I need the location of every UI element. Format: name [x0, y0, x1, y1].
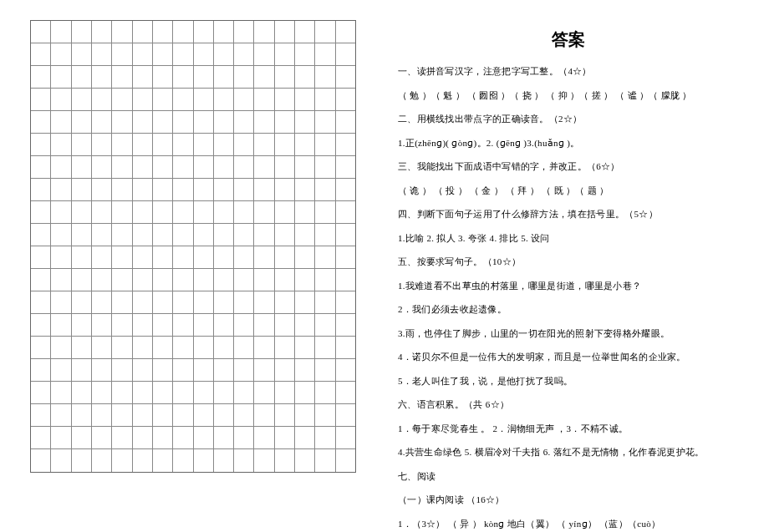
grid-cell	[133, 449, 153, 472]
grid-cell	[31, 359, 51, 381]
grid-row	[31, 427, 355, 449]
grid-cell	[72, 111, 92, 133]
answer-line: 5．老人叫住了我，说，是他打扰了我吗。	[398, 374, 739, 388]
grid-cell	[254, 359, 274, 381]
grid-cell	[315, 89, 335, 110]
grid-cell	[194, 156, 214, 178]
grid-cell	[31, 66, 51, 88]
grid-cell	[51, 111, 71, 133]
grid-cell	[254, 134, 274, 155]
grid-cell	[72, 66, 92, 88]
grid-cell	[194, 201, 214, 223]
grid-cell	[92, 404, 112, 426]
grid-cell	[153, 314, 173, 336]
grid-cell	[254, 66, 274, 88]
grid-cell	[295, 314, 315, 336]
grid-cell	[336, 314, 355, 336]
grid-cell	[51, 269, 71, 291]
grid-cell	[214, 89, 234, 110]
grid-cell	[31, 404, 51, 426]
grid-cell	[133, 111, 153, 133]
grid-cell	[275, 382, 295, 403]
grid-cell	[72, 291, 92, 313]
grid-cell	[336, 359, 355, 381]
grid-cell	[234, 382, 254, 403]
grid-cell	[72, 337, 92, 358]
grid-cell	[295, 449, 315, 472]
grid-cell	[234, 179, 254, 200]
grid-cell	[194, 382, 214, 403]
grid-cell	[173, 291, 193, 313]
grid-cell	[315, 404, 335, 426]
grid-cell	[153, 382, 173, 403]
grid-cell	[234, 66, 254, 88]
grid-cell	[173, 269, 193, 291]
grid-cell	[194, 359, 214, 381]
answer-line: 1.比喻 2. 拟人 3. 夸张 4. 排比 5. 设问	[398, 231, 739, 246]
grid-cell	[133, 89, 153, 110]
grid-cell	[173, 382, 193, 403]
grid-cell	[295, 43, 315, 65]
grid-cell	[72, 246, 92, 268]
grid-cell	[194, 337, 214, 358]
grid-cell	[112, 179, 132, 200]
grid-cell	[51, 134, 71, 155]
grid-cell	[72, 21, 92, 43]
grid-cell	[194, 291, 214, 313]
grid-cell	[92, 449, 112, 472]
grid-cell	[31, 449, 51, 472]
grid-cell	[194, 43, 214, 65]
grid-cell	[51, 224, 71, 246]
grid-cell	[153, 291, 173, 313]
answer-line: 1．每于寒尽觉春生 。 2．润物细无声 ，3．不精不诚。	[398, 422, 739, 436]
grid-row	[31, 269, 355, 291]
grid-cell	[153, 179, 173, 200]
grid-cell	[51, 43, 71, 65]
grid-row	[31, 89, 355, 111]
grid-cell	[112, 66, 132, 88]
grid-cell	[315, 66, 335, 88]
grid-cell	[31, 337, 51, 358]
grid-cell	[153, 111, 173, 133]
grid-cell	[295, 21, 315, 43]
grid-cell	[92, 21, 112, 43]
grid-cell	[92, 291, 112, 313]
grid-cell	[112, 449, 132, 472]
grid-cell	[214, 43, 234, 65]
grid-cell	[92, 179, 112, 200]
grid-cell	[214, 269, 234, 291]
grid-cell	[214, 111, 234, 133]
grid-cell	[31, 89, 51, 110]
grid-cell	[31, 382, 51, 403]
grid-cell	[92, 89, 112, 110]
grid-row	[31, 337, 355, 359]
grid-cell	[254, 404, 274, 426]
grid-cell	[112, 89, 132, 110]
grid-cell	[173, 66, 193, 88]
answer-line: 一、读拼音写汉字，注意把字写工整。（4☆）	[398, 64, 739, 79]
grid-cell	[92, 134, 112, 155]
grid-cell	[336, 449, 355, 472]
grid-cell	[214, 382, 234, 403]
grid-cell	[336, 201, 355, 223]
grid-cell	[254, 89, 274, 110]
grid-cell	[194, 449, 214, 472]
grid-cell	[173, 111, 193, 133]
grid-cell	[92, 111, 112, 133]
grid-cell	[194, 246, 214, 268]
grid-cell	[234, 224, 254, 246]
grid-cell	[51, 314, 71, 336]
grid-cell	[133, 179, 153, 200]
grid-cell	[295, 156, 315, 178]
grid-cell	[112, 246, 132, 268]
grid-row	[31, 43, 355, 66]
grid-panel	[30, 20, 356, 512]
grid-cell	[234, 43, 254, 65]
grid-cell	[173, 404, 193, 426]
grid-cell	[31, 291, 51, 313]
grid-cell	[112, 201, 132, 223]
grid-row	[31, 134, 355, 156]
grid-cell	[295, 89, 315, 110]
grid-cell	[234, 404, 254, 426]
grid-cell	[31, 269, 51, 291]
